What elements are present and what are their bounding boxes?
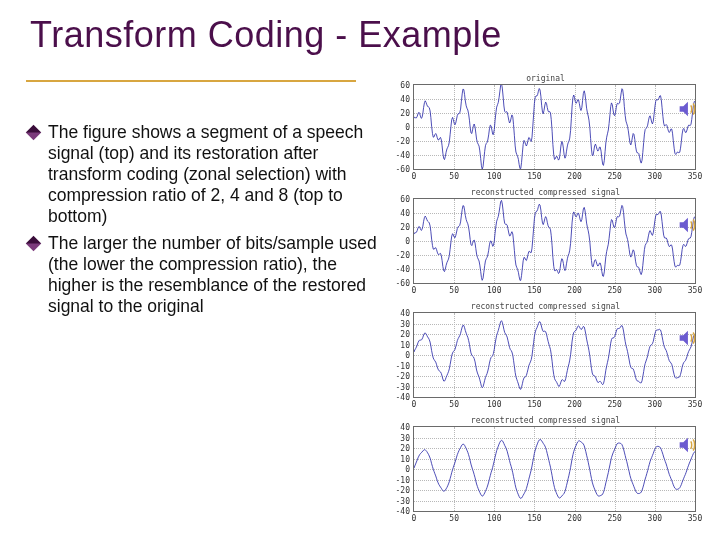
chart-title: reconstructed compressed signal (471, 302, 620, 311)
accent-underline (26, 80, 356, 82)
y-tick-label: 40 (392, 423, 410, 432)
y-tick-label: 0 (392, 465, 410, 474)
plot-area: 050100150200250300350-60-40-200204060 (413, 198, 696, 284)
y-tick-label: -30 (392, 382, 410, 391)
bullet-item: The figure shows a segment of a speech s… (26, 122, 381, 227)
x-tick-label: 50 (449, 172, 459, 181)
x-tick-label: 0 (412, 514, 417, 523)
chart-title: original (526, 74, 565, 83)
y-tick-label: 20 (392, 330, 410, 339)
x-tick-label: 0 (412, 172, 417, 181)
y-tick-label: -20 (392, 372, 410, 381)
x-tick-label: 200 (567, 400, 581, 409)
waveform (414, 313, 695, 397)
x-tick-label: 0 (412, 400, 417, 409)
figure-column: original050100150200250300350-60-40-2002… (389, 76, 702, 532)
text-column: The figure shows a segment of a speech s… (26, 76, 381, 532)
y-tick-label: -10 (392, 475, 410, 484)
waveform (414, 427, 695, 511)
x-tick-label: 250 (607, 172, 621, 181)
x-tick-label: 50 (449, 286, 459, 295)
x-tick-label: 50 (449, 400, 459, 409)
slide-body: The figure shows a segment of a speech s… (26, 76, 702, 532)
x-tick-label: 250 (607, 400, 621, 409)
y-tick-label: -10 (392, 361, 410, 370)
page-title: Transform Coding - Example (26, 14, 702, 56)
y-tick-label: 40 (392, 309, 410, 318)
x-tick-label: 0 (412, 286, 417, 295)
y-tick-label: -40 (392, 393, 410, 402)
plot-area: 050100150200250300350-60-40-200204060 (413, 84, 696, 170)
speaker-icon[interactable] (676, 98, 698, 120)
x-tick-label: 100 (487, 514, 501, 523)
y-tick-label: 20 (392, 223, 410, 232)
y-tick-label: 60 (392, 81, 410, 90)
bullet-item: The larger the number of bits/sample use… (26, 233, 381, 317)
y-tick-label: -30 (392, 496, 410, 505)
chart-panel: original050100150200250300350-60-40-2002… (389, 76, 702, 188)
x-tick-label: 250 (607, 514, 621, 523)
y-tick-label: -20 (392, 251, 410, 260)
x-tick-label: 300 (648, 172, 662, 181)
chart-panel: reconstructed compressed signal050100150… (389, 418, 702, 530)
y-tick-label: -60 (392, 165, 410, 174)
x-tick-label: 100 (487, 400, 501, 409)
plot-area: 050100150200250300350-40-30-20-100102030… (413, 426, 696, 512)
y-tick-label: -40 (392, 265, 410, 274)
x-tick-label: 150 (527, 172, 541, 181)
y-tick-label: 40 (392, 209, 410, 218)
x-tick-label: 200 (567, 514, 581, 523)
y-tick-label: 10 (392, 454, 410, 463)
y-tick-label: 0 (392, 123, 410, 132)
x-tick-label: 350 (688, 286, 702, 295)
x-tick-label: 200 (567, 172, 581, 181)
x-tick-label: 200 (567, 286, 581, 295)
chart-panel: reconstructed compressed signal050100150… (389, 304, 702, 416)
y-tick-label: 20 (392, 109, 410, 118)
chart-title: reconstructed compressed signal (471, 188, 620, 197)
x-tick-label: 50 (449, 514, 459, 523)
y-tick-label: 60 (392, 195, 410, 204)
x-tick-label: 150 (527, 514, 541, 523)
x-tick-label: 350 (688, 172, 702, 181)
y-tick-label: 0 (392, 237, 410, 246)
x-tick-label: 100 (487, 172, 501, 181)
y-tick-label: -40 (392, 151, 410, 160)
x-tick-label: 150 (527, 400, 541, 409)
chart-panel: reconstructed compressed signal050100150… (389, 190, 702, 302)
y-tick-label: 40 (392, 95, 410, 104)
plot-area: 050100150200250300350-40-30-20-100102030… (413, 312, 696, 398)
y-tick-label: -20 (392, 486, 410, 495)
chart-title: reconstructed compressed signal (471, 416, 620, 425)
waveform (414, 85, 695, 169)
x-tick-label: 250 (607, 286, 621, 295)
bullet-list: The figure shows a segment of a speech s… (26, 122, 381, 317)
waveform (414, 199, 695, 283)
x-tick-label: 300 (648, 286, 662, 295)
speaker-icon[interactable] (676, 327, 698, 349)
y-tick-label: 0 (392, 351, 410, 360)
y-tick-label: -60 (392, 279, 410, 288)
x-tick-label: 350 (688, 400, 702, 409)
x-tick-label: 150 (527, 286, 541, 295)
y-tick-label: 20 (392, 444, 410, 453)
x-tick-label: 300 (648, 400, 662, 409)
y-tick-label: 30 (392, 433, 410, 442)
x-tick-label: 350 (688, 514, 702, 523)
x-tick-label: 100 (487, 286, 501, 295)
y-tick-label: 10 (392, 340, 410, 349)
speaker-icon[interactable] (676, 214, 698, 236)
x-tick-label: 300 (648, 514, 662, 523)
y-tick-label: -20 (392, 137, 410, 146)
y-tick-label: 30 (392, 319, 410, 328)
y-tick-label: -40 (392, 507, 410, 516)
speaker-icon[interactable] (676, 434, 698, 456)
